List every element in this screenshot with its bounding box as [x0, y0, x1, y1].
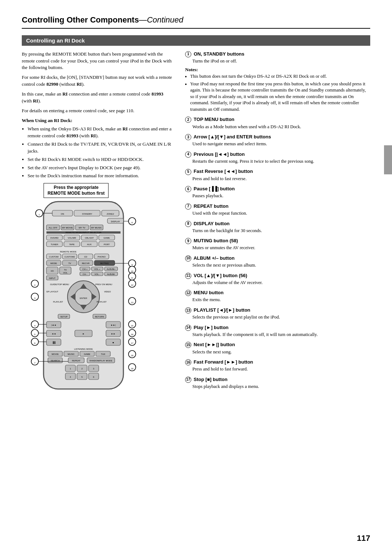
svg-text:19: 19	[131, 368, 134, 370]
item-10: 10 ALBUM +/– button Selects the next or …	[185, 255, 370, 269]
svg-text:INPUT: INPUT	[49, 277, 56, 279]
svg-text:13: 13	[131, 301, 134, 304]
bullet-5: See to the Dock's instruction manual for…	[28, 173, 174, 179]
item-3-desc: Used to navigate menus and select items.	[192, 141, 370, 147]
section-header-text: Controlling an RI Dock	[26, 37, 85, 44]
item-17-desc: Stops playback and displays a menu.	[192, 384, 370, 390]
svg-text:VOL: VOL	[63, 272, 68, 274]
bullet-3: Set the RI Dock's RI MODE switch to HDD …	[28, 156, 174, 163]
svg-text:RETURN: RETURN	[95, 316, 104, 318]
svg-text:CH -: CH -	[83, 273, 87, 275]
item-2-desc: Works as a Mode button when used with a …	[192, 124, 370, 130]
item-9-title: 9 MUTING button (58)	[185, 238, 370, 244]
svg-text:ENTER: ENTER	[80, 297, 87, 299]
svg-point-146	[128, 297, 136, 305]
when-using-title: When Using an RI Dock:	[22, 117, 174, 124]
svg-text:10: 10	[131, 270, 134, 272]
remote-diagram-container: Press the appropriate REMOTE MODE button…	[22, 183, 160, 398]
svg-text:RECVR: RECVR	[82, 262, 90, 264]
item-5-title: 5 Fast Reverse [◄◄] button	[185, 168, 370, 175]
svg-text:REMOTE MODE: REMOTE MODE	[60, 251, 76, 253]
svg-text:►: ►	[82, 333, 85, 335]
page-number: 117	[357, 533, 370, 544]
item-5-desc: Press and hold to fast reverse.	[192, 176, 370, 182]
bullet-2: Connect the RI Dock to the TV/TAPE IN, V…	[28, 141, 174, 155]
svg-text:VOL/MR: VOL/MR	[68, 237, 76, 239]
item-8-desc: Turns on the backlight for 30 seconds.	[192, 228, 370, 234]
svg-text:DVD/BD: DVD/BD	[50, 237, 59, 239]
item-11-desc: Adjusts the volume of the AV receiver.	[192, 280, 370, 286]
svg-point-76	[75, 288, 92, 305]
svg-text:CD: CD	[84, 256, 87, 258]
item-7-desc: Used with the repeat function.	[192, 210, 370, 217]
left-column: By pressing the REMOTE MODE button that'…	[22, 51, 174, 399]
svg-text:PORT: PORT	[104, 243, 110, 246]
svg-point-130	[128, 218, 136, 225]
svg-point-138	[128, 273, 136, 280]
svg-point-142	[128, 280, 136, 287]
svg-text:PLAYLIST: PLAYLIST	[97, 301, 107, 303]
svg-text:11: 11	[131, 277, 134, 279]
item-1-desc: Turns the iPod on or off.	[192, 58, 370, 65]
svg-point-151	[128, 321, 136, 328]
svg-text:REPEAT: REPEAT	[72, 360, 81, 362]
item-1-label: ON, STANDBY buttons	[194, 51, 245, 57]
svg-text:MUSIC: MUSIC	[68, 353, 75, 355]
svg-point-156	[128, 329, 136, 337]
item-6-desc: Pauses playback.	[192, 193, 370, 199]
svg-text:PLAYLIST: PLAYLIST	[53, 301, 63, 303]
svg-point-127	[36, 210, 43, 217]
svg-point-158	[31, 338, 38, 345]
item-9: 9 MUTING button (58) Mutes or unmutes th…	[185, 238, 370, 251]
note2-para: In this case, make an RI connection and …	[22, 91, 174, 105]
item-2: 2 TOP MENU button Works as a Mode button…	[185, 116, 370, 130]
svg-text:CUSTOM2: CUSTOM2	[64, 256, 75, 258]
svg-point-144	[31, 293, 38, 300]
item-13-title: 13 PLAYLIST [◄]/[►] button	[185, 307, 370, 313]
when-using-list: When using the Onkyo DS-A3 RI Dock, make…	[28, 126, 174, 179]
item-11: 11 VOL [▲]/[▼] button (56) Adjusts the v…	[185, 272, 370, 286]
svg-text:SP LAYOUT: SP LAYOUT	[46, 291, 58, 293]
svg-text:GAME: GAME	[103, 237, 110, 239]
item-12-title: 12 MENU button	[185, 289, 370, 296]
item-4-title: 4 Previous [|◄◄] button	[185, 151, 370, 158]
item-8-title: 8 DISPLAY button	[185, 220, 370, 227]
item-5: 5 Fast Reverse [◄◄] button Press and hol…	[185, 168, 370, 182]
item-7-title: 7 REPEAT button	[185, 203, 370, 210]
item-1-num: 1	[185, 51, 191, 57]
remote-label-line1: Press the appropriate	[54, 185, 98, 190]
svg-text:VOL -: VOL -	[94, 273, 100, 275]
svg-text:►►: ►►	[111, 333, 115, 335]
item-16-title: 16 Fast Forward [►►] button	[185, 359, 370, 365]
svg-point-153	[31, 329, 38, 337]
svg-text:GUIDE/TOP MENU: GUIDE/TOP MENU	[50, 283, 69, 285]
svg-text:◄◄: ◄◄	[52, 333, 56, 335]
item-13: 13 PLAYLIST [◄]/[►] button Selects the p…	[185, 307, 370, 321]
svg-text:PREV ON MENU: PREV ON MENU	[95, 283, 112, 285]
svg-text:|◄◄: |◄◄	[51, 324, 56, 326]
svg-text:MY MUSIC: MY MUSIC	[91, 227, 102, 229]
svg-text:ON: ON	[61, 213, 64, 215]
svg-text:16: 16	[131, 333, 134, 336]
item-1: 1 ON, STANDBY buttons Turns the iPod on …	[185, 51, 370, 113]
item-12-desc: Exits the menu.	[192, 297, 370, 303]
svg-text:DISPLAY: DISPLAY	[111, 220, 120, 223]
remote-wrapper: ON STANDBY ZONE2 DISPLAY ALL OFF MY MOVI…	[22, 200, 145, 396]
item-1-notes: Notes: This button does not turn the Onk…	[185, 66, 370, 113]
main-title-suffix: —Continued	[139, 15, 183, 24]
remote-label-line2: REMOTE MODE button first	[48, 191, 105, 196]
item-1-title: 1 ON, STANDBY buttons	[185, 51, 370, 57]
svg-text:▐▐: ▐▐	[52, 341, 56, 344]
notes-title: Notes:	[185, 67, 198, 72]
svg-point-140	[31, 280, 38, 287]
item-13-desc: Selects the previous or next playlist on…	[192, 314, 370, 321]
svg-point-166	[128, 351, 136, 358]
note-2: Your iPod may not respond the first time…	[190, 81, 370, 113]
item-10-desc: Selects the next or previous album.	[192, 262, 370, 269]
item-10-title: 10 ALBUM +/– button	[185, 255, 370, 262]
svg-text:►►|: ►►|	[111, 324, 116, 326]
svg-text:LISTENING MODE: LISTENING MODE	[74, 348, 93, 350]
svg-text:VOL +: VOL +	[94, 268, 101, 270]
item-3-title: 3 Arrow [▲]/[▼] and ENTER buttons	[185, 134, 370, 140]
bullet-4: Set the AV receiver's Input Display to D…	[28, 165, 174, 171]
